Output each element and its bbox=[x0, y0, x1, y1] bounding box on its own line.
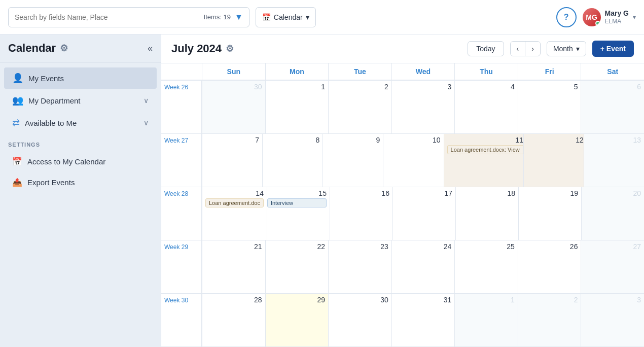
prev-button[interactable]: ‹ bbox=[511, 42, 526, 56]
day-number: 3 bbox=[584, 296, 641, 304]
header-sat: Sat bbox=[581, 63, 644, 80]
cal-cell-sun-w30[interactable]: 28 bbox=[202, 294, 265, 346]
cal-cell-fri-w26[interactable]: 5 bbox=[518, 81, 581, 133]
calendar-title-text: Calendar bbox=[8, 42, 56, 55]
cal-cell-sun-w27[interactable]: 7 bbox=[202, 134, 262, 187]
sidebar: Calendar ⚙ « 👤 My Events 👥 My Department… bbox=[0, 34, 161, 347]
cal-cell-fri-w30[interactable]: 2 bbox=[518, 294, 581, 346]
day-number: 12 bbox=[524, 136, 584, 144]
filter-icon[interactable]: ▼ bbox=[235, 13, 243, 22]
user-info: Mary G ELMA bbox=[605, 9, 629, 25]
cal-cell-sun-w26[interactable]: 30 bbox=[202, 81, 265, 133]
cal-cell-mon-w26[interactable]: 1 bbox=[265, 81, 329, 133]
cal-cell-mon-w29[interactable]: 22 bbox=[265, 240, 329, 293]
cal-cell-tue-w26[interactable]: 2 bbox=[328, 81, 391, 133]
cal-cell-tue-w30[interactable]: 30 bbox=[328, 294, 391, 346]
search-input[interactable] bbox=[15, 13, 204, 21]
day-number: 31 bbox=[395, 296, 452, 304]
user-org: ELMA bbox=[605, 18, 629, 25]
calendar-body: Week 26 30 1 2 3 4 bbox=[161, 81, 644, 347]
cal-row-week30: Week 30 28 29 30 31 1 bbox=[161, 294, 644, 347]
week-label-27: Week 27 bbox=[161, 134, 202, 187]
header-sun: Sun bbox=[202, 63, 265, 80]
cal-cell-tue-w27[interactable]: 9 bbox=[323, 134, 383, 187]
calendar-toolbar: July 2024 ⚙ Today ‹ › Month ▾ + Event bbox=[161, 34, 644, 63]
cal-row-week26: Week 26 30 1 2 3 4 bbox=[161, 81, 644, 134]
cal-cell-thu-w28[interactable]: 18 bbox=[455, 187, 518, 240]
day-number: 1 bbox=[458, 296, 515, 304]
sidebar-item-my-events[interactable]: 👤 My Events bbox=[4, 67, 157, 89]
collapse-button[interactable]: « bbox=[148, 43, 153, 54]
day-number: 17 bbox=[396, 189, 452, 197]
cal-cell-tue-w29[interactable]: 23 bbox=[328, 240, 391, 293]
cal-cell-thu-w27[interactable]: 11 Loan agreement.docx: View bbox=[444, 134, 523, 187]
settings-gear-icon[interactable]: ⚙ bbox=[60, 43, 68, 54]
month-select-label: Month bbox=[553, 45, 573, 53]
cal-cell-sat-w28[interactable]: 20 bbox=[581, 187, 644, 240]
cal-cell-wed-w26[interactable]: 3 bbox=[391, 81, 455, 133]
next-button[interactable]: › bbox=[525, 42, 540, 56]
cal-cell-fri-w27[interactable]: 12 bbox=[523, 134, 584, 187]
user-area[interactable]: MG Mary G ELMA ▾ bbox=[583, 8, 636, 26]
sidebar-item-my-department[interactable]: 👥 My Department ∨ bbox=[4, 90, 157, 111]
today-button[interactable]: Today bbox=[468, 41, 504, 56]
cal-cell-mon-w30-today[interactable]: 29 bbox=[265, 294, 329, 346]
cal-row-week29: Week 29 21 22 23 24 25 bbox=[161, 240, 644, 294]
top-bar: Items: 19 ▼ 📅 Calendar ▾ ? MG Mary G ELM… bbox=[0, 0, 644, 34]
cal-row-week27: Week 27 7 8 9 10 11 Loan agre bbox=[161, 134, 644, 187]
week-header-empty bbox=[161, 63, 202, 80]
day-number: 24 bbox=[395, 242, 452, 251]
cal-cell-wed-w28[interactable]: 17 bbox=[392, 187, 455, 240]
search-box: Items: 19 ▼ bbox=[8, 7, 249, 27]
header-fri: Fri bbox=[518, 63, 581, 80]
day-number: 7 bbox=[205, 136, 259, 144]
cal-settings-gear-icon[interactable]: ⚙ bbox=[226, 43, 234, 54]
my-events-label: My Events bbox=[28, 74, 149, 83]
person-icon: 👤 bbox=[12, 73, 23, 84]
cal-cell-thu-w30[interactable]: 1 bbox=[454, 294, 518, 346]
day-number: 26 bbox=[521, 242, 578, 251]
cal-cell-sat-w27[interactable]: 13 bbox=[584, 134, 644, 187]
sidebar-item-access-calendar[interactable]: 📅 Access to My Calendar bbox=[4, 152, 157, 171]
sidebar-item-export-events[interactable]: 📤 Export Events bbox=[4, 172, 157, 192]
online-indicator bbox=[595, 21, 600, 26]
day-number: 1 bbox=[269, 83, 326, 91]
calendar-title: July 2024 ⚙ bbox=[171, 42, 461, 55]
cal-cell-wed-w27[interactable]: 10 bbox=[383, 134, 443, 187]
day-number: 27 bbox=[584, 242, 641, 251]
day-number: 4 bbox=[458, 83, 515, 91]
cal-cell-fri-w28[interactable]: 19 bbox=[518, 187, 581, 240]
help-button[interactable]: ? bbox=[556, 7, 577, 27]
cal-cell-sun-w28[interactable]: 14 Loan agreement.doc bbox=[202, 187, 267, 240]
add-event-button[interactable]: + Event bbox=[592, 41, 634, 57]
day-number: 5 bbox=[521, 83, 578, 91]
settings-section-label: SETTINGS bbox=[8, 142, 40, 148]
day-number: 22 bbox=[269, 242, 326, 251]
week-label-28: Week 28 bbox=[161, 187, 202, 240]
cal-cell-thu-w29[interactable]: 25 bbox=[454, 240, 518, 293]
cal-cell-wed-w30[interactable]: 31 bbox=[391, 294, 455, 346]
event-chip-loan-doc[interactable]: Loan agreement.doc bbox=[205, 198, 264, 207]
exchange-icon: ⇄ bbox=[12, 117, 20, 128]
cal-view-label: Calendar bbox=[274, 13, 303, 21]
settings-section: SETTINGS bbox=[0, 134, 161, 151]
cal-cell-tue-w28[interactable]: 16 bbox=[330, 187, 392, 240]
cal-cell-fri-w29[interactable]: 26 bbox=[518, 240, 581, 293]
cal-cell-sat-w29[interactable]: 27 bbox=[581, 240, 644, 293]
week-label-26: Week 26 bbox=[161, 81, 202, 133]
cal-cell-thu-w26[interactable]: 4 bbox=[454, 81, 518, 133]
cal-cell-mon-w28[interactable]: 15 Interview bbox=[267, 187, 330, 240]
items-count: Items: 19 bbox=[204, 13, 231, 21]
calendar-view-button[interactable]: 📅 Calendar ▾ bbox=[256, 7, 316, 27]
month-select[interactable]: Month ▾ bbox=[547, 41, 586, 56]
event-chip-interview[interactable]: Interview bbox=[267, 198, 327, 207]
cal-cell-sun-w29[interactable]: 21 bbox=[202, 240, 265, 293]
sidebar-header: Calendar ⚙ « bbox=[0, 34, 161, 62]
sidebar-item-available-to-me[interactable]: ⇄ Available to Me ∨ bbox=[4, 112, 157, 133]
cal-cell-sat-w30[interactable]: 3 bbox=[581, 294, 644, 346]
event-chip-loan-agreement[interactable]: Loan agreement.docx: View bbox=[447, 145, 523, 154]
cal-cell-mon-w27[interactable]: 8 bbox=[262, 134, 323, 187]
day-number: 3 bbox=[395, 83, 452, 91]
cal-cell-sat-w26[interactable]: 6 bbox=[581, 81, 644, 133]
cal-cell-wed-w29[interactable]: 24 bbox=[391, 240, 455, 293]
